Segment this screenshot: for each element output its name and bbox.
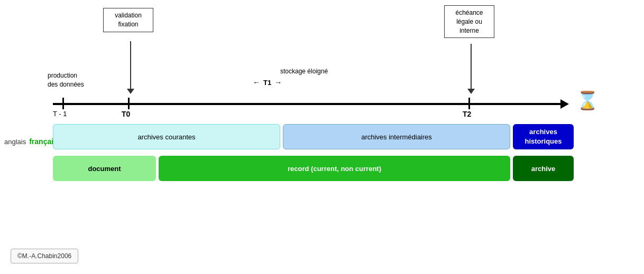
en-archive-box: archive (513, 156, 574, 181)
echeance-arrow (467, 44, 475, 94)
hourglass-icon: ⌛ (576, 90, 599, 111)
echeance-box: échéancelégale ouinterne (444, 5, 494, 38)
t1-arrows: ← T1 → (253, 78, 282, 87)
production-label: productiondes données (48, 71, 84, 89)
main-container: anglais français productiondes données v… (0, 0, 644, 274)
t2-label: T2 (463, 110, 471, 118)
en-record-box: record (current, non current) (159, 156, 510, 181)
t-minus1-label: T - 1 (53, 110, 67, 118)
fr-courantes-box: archives courantes (53, 124, 280, 149)
validation-box: validationfixation (103, 8, 153, 32)
stockage-label: stockage éloigné (280, 68, 328, 75)
label-anglais: anglais (4, 138, 26, 146)
tick-t0 (128, 98, 130, 109)
validation-arrow (127, 41, 134, 94)
tick-t2 (468, 98, 470, 109)
fr-historiques-box: archiveshistoriques (513, 124, 574, 149)
side-labels: anglais français (4, 137, 58, 146)
fr-intermediaires-box: archives intermédiaires (283, 124, 510, 149)
t0-label: T0 (122, 110, 130, 118)
copyright-box: ©M.-A.Chabin2006 (11, 249, 78, 263)
en-document-box: document (53, 156, 156, 181)
timeline-arrow-right (560, 99, 569, 109)
tick-t-minus1 (62, 98, 64, 109)
